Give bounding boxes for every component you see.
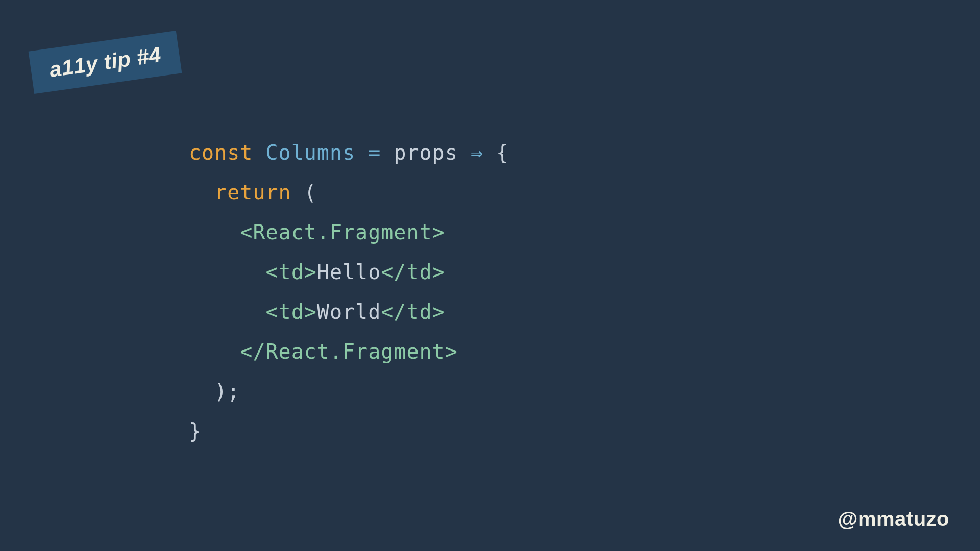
text-world: World <box>317 300 381 323</box>
paren-open: ( <box>304 181 317 204</box>
op-eq: = <box>368 141 381 164</box>
kw-const: const <box>189 141 253 164</box>
brace-open: { <box>496 141 509 164</box>
jsx-td-open-2: <td> <box>266 300 317 323</box>
jsx-fragment-open: <React.Fragment> <box>240 220 445 244</box>
author-handle-text: @mmatuzo <box>838 508 949 530</box>
tip-badge: a11y tip #4 <box>29 31 182 94</box>
jsx-fragment-close: </React.Fragment> <box>240 340 457 363</box>
paren-close: ); <box>214 380 240 403</box>
jsx-td-open-1: <td> <box>266 260 317 284</box>
brace-close: } <box>189 419 202 443</box>
param-props: props <box>394 141 457 164</box>
jsx-td-close-2: </td> <box>381 300 445 323</box>
tip-badge-label: a11y tip #4 <box>48 42 163 82</box>
jsx-td-close-1: </td> <box>381 260 445 284</box>
text-hello: Hello <box>317 260 381 284</box>
fn-name: Columns <box>266 141 356 164</box>
author-handle: @mmatuzo <box>838 508 949 531</box>
arrow-icon: ⇒ <box>471 141 483 164</box>
code-block: const Columns = props ⇒ { return ( <Reac… <box>189 133 509 451</box>
kw-return: return <box>214 181 291 204</box>
